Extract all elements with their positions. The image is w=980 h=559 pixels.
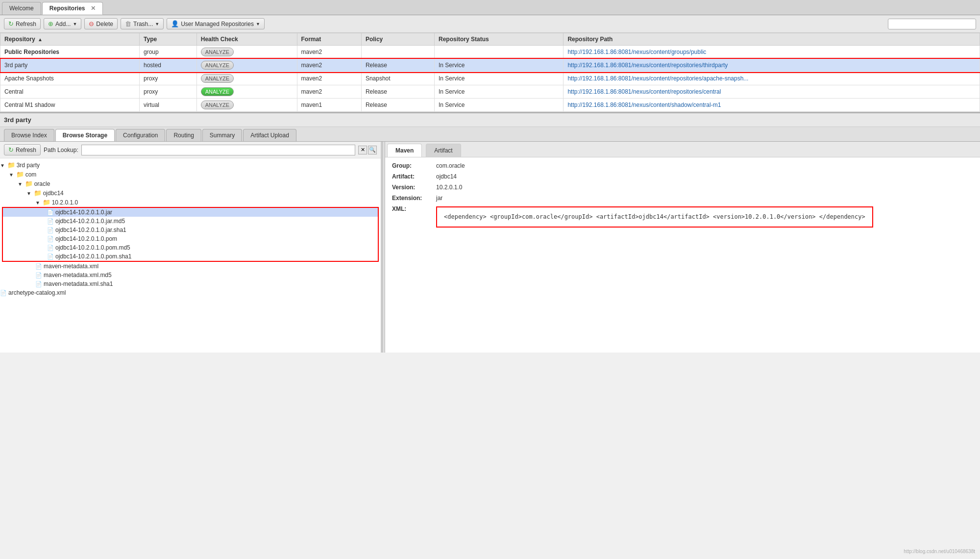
add-button[interactable]: ⊕ Add... ▼ — [44, 18, 81, 29]
repo-policy-cell: Release — [361, 99, 434, 112]
repo-path-link[interactable]: http://192.168.1.86:8081/nexus/content/r… — [567, 62, 728, 69]
file-icon: 📄 — [47, 227, 54, 233]
table-row[interactable]: Public RepositoriesgroupANALYZEmaven2htt… — [0, 46, 980, 59]
table-body: Public RepositoriesgroupANALYZEmaven2htt… — [0, 46, 980, 112]
trash-label: Trash... — [133, 21, 153, 27]
repo-format-cell: maven2 — [297, 85, 361, 99]
repo-path-link[interactable]: http://192.168.1.86:8081/nexus/content/r… — [567, 75, 748, 82]
analyze-button[interactable]: ANALYZE — [201, 87, 234, 96]
detail-xml-row: XML: <dependency> <groupId>com.oracle</g… — [392, 205, 973, 228]
path-clear-button[interactable]: ✕ — [358, 146, 367, 154]
col-header-policy[interactable]: Policy — [361, 33, 434, 46]
sub-tab-browse-storage[interactable]: Browse Storage — [55, 129, 115, 141]
col-header-format[interactable]: Format — [297, 33, 361, 46]
sub-tab-configuration[interactable]: Configuration — [116, 129, 165, 141]
tree-item[interactable]: ▼ 📁oracle — [0, 179, 381, 188]
repo-path-link[interactable]: http://192.168.1.86:8081/nexus/content/r… — [567, 88, 721, 95]
details-tab-artifact[interactable]: Artifact — [426, 144, 461, 157]
repo-type-cell: proxy — [140, 72, 197, 85]
detail-extension-value: jar — [436, 195, 442, 202]
table-row[interactable]: CentralproxyANALYZEmaven2ReleaseIn Servi… — [0, 85, 980, 99]
tree-item[interactable]: ▼ 📁ojdbc14 — [0, 188, 381, 198]
tab-repositories-label: Repositories — [49, 5, 85, 12]
bottom-title: 3rd party — [4, 116, 31, 124]
path-lookup-input[interactable] — [81, 145, 355, 155]
sub-tab-summary[interactable]: Summary — [202, 129, 242, 141]
repo-type-cell: hosted — [140, 59, 197, 72]
repo-healthCheck-cell: ANALYZE — [196, 72, 297, 85]
repo-format-cell: maven2 — [297, 72, 361, 85]
col-header-healthcheck[interactable]: Health Check — [196, 33, 297, 46]
col-header-path[interactable]: Repository Path — [564, 33, 980, 46]
sub-tab-bar: Browse Index Browse Storage Configuratio… — [0, 127, 980, 142]
tree-item-label: ojdbc14-10.2.0.1.0.pom.sha1 — [55, 253, 131, 260]
col-header-status[interactable]: Repository Status — [434, 33, 563, 46]
col-header-type[interactable]: Type — [140, 33, 197, 46]
repo-name-cell: Public Repositories — [0, 46, 140, 59]
tab-repositories[interactable]: Repositories ✕ — [42, 2, 103, 15]
repo-status-cell: In Service — [434, 59, 563, 72]
tree-item-label: ojdbc14-10.2.0.1.0.pom.md5 — [55, 244, 130, 251]
tree-item[interactable]: ▼ 📁3rd party — [0, 160, 381, 170]
detail-version-row: Version: 10.2.0.1.0 — [392, 184, 973, 191]
tab-welcome-label: Welcome — [9, 5, 34, 12]
tree-item[interactable]: 📄ojdbc14-10.2.0.1.0.pom — [3, 234, 378, 243]
tree-item[interactable]: ▼ 📁10.2.0.1.0 — [0, 198, 381, 207]
tree-item[interactable]: 📄maven-metadata.xml.sha1 — [0, 280, 381, 288]
file-icon: 📄 — [35, 272, 42, 279]
sub-tab-browse-index[interactable]: Browse Index — [4, 129, 54, 141]
repo-path-cell: http://192.168.1.86:8081/nexus/content/r… — [564, 72, 980, 85]
tree-item[interactable]: 📄archetype-catalog.xml — [0, 288, 381, 297]
col-header-repository[interactable]: Repository ▲ — [0, 33, 140, 46]
tree-item[interactable]: 📄ojdbc14-10.2.0.1.0.pom.md5 — [3, 243, 378, 252]
user-managed-dropdown-icon: ▼ — [256, 22, 260, 26]
repo-policy-cell — [361, 46, 434, 59]
tree-refresh-button[interactable]: ↻ Refresh — [4, 144, 41, 155]
tree-item[interactable]: 📄maven-metadata.xml.md5 — [0, 271, 381, 280]
detail-artifact-row: Artifact: ojdbc14 — [392, 173, 973, 180]
tab-welcome[interactable]: Welcome — [2, 2, 41, 15]
repo-format-cell: maven1 — [297, 99, 361, 112]
tree-item[interactable]: 📄ojdbc14-10.2.0.1.0.pom.sha1 — [3, 252, 378, 261]
analyze-button[interactable]: ANALYZE — [201, 61, 234, 70]
delete-label: Delete — [96, 21, 113, 27]
tree-item[interactable]: 📄ojdbc14-10.2.0.1.0.jar.sha1 — [3, 226, 378, 234]
user-managed-button[interactable]: 👤 User Managed Repositories ▼ — [167, 18, 265, 29]
repo-healthCheck-cell: ANALYZE — [196, 99, 297, 112]
file-tree-panel: ↻ Refresh Path Lookup: ✕ 🔍 ▼ 📁3rd party▼… — [0, 142, 382, 353]
analyze-button[interactable]: ANALYZE — [201, 101, 234, 109]
table-row[interactable]: Apache SnapshotsproxyANALYZEmaven2Snapsh… — [0, 72, 980, 85]
trash-button[interactable]: 🗑 Trash... ▼ — [121, 18, 164, 29]
tree-item[interactable]: 📄maven-metadata.xml — [0, 262, 381, 271]
repo-type-cell: virtual — [140, 99, 197, 112]
tab-repositories-close[interactable]: ✕ — [91, 5, 96, 12]
tree-item[interactable]: 📄ojdbc14-10.2.0.1.0.jar — [3, 208, 378, 217]
files-red-border-group: 📄ojdbc14-10.2.0.1.0.jar📄ojdbc14-10.2.0.1… — [2, 207, 379, 262]
repo-path-link[interactable]: http://192.168.1.86:8081/nexus/content/s… — [567, 102, 721, 108]
table-row[interactable]: Central M1 shadowvirtualANALYZEmaven1Rel… — [0, 99, 980, 112]
repo-name-cell: Central — [0, 85, 140, 99]
detail-artifact-label: Artifact: — [392, 173, 436, 180]
details-tab-maven[interactable]: Maven — [387, 144, 422, 157]
search-input[interactable] — [888, 19, 976, 29]
detail-group-value: com.oracle — [436, 162, 465, 169]
tree-item-label: ojdbc14 — [43, 190, 64, 197]
tree-item[interactable]: 📄ojdbc14-10.2.0.1.0.jar.md5 — [3, 217, 378, 226]
expand-indicator: ▼ — [35, 200, 42, 205]
path-search-button[interactable]: 🔍 — [368, 146, 377, 154]
analyze-button[interactable]: ANALYZE — [201, 48, 234, 56]
sub-tab-routing[interactable]: Routing — [166, 129, 201, 141]
repo-healthCheck-cell: ANALYZE — [196, 59, 297, 72]
delete-button[interactable]: ⊖ Delete — [84, 18, 118, 29]
add-label: Add... — [55, 21, 71, 27]
main-toolbar: ↻ Refresh ⊕ Add... ▼ ⊖ Delete 🗑 Trash...… — [0, 15, 980, 33]
sub-tab-artifact-upload[interactable]: Artifact Upload — [243, 129, 296, 141]
file-icon: 📄 — [47, 244, 54, 251]
table-row[interactable]: 3rd partyhostedANALYZEmaven2ReleaseIn Se… — [0, 59, 980, 72]
detail-version-label: Version: — [392, 184, 436, 191]
path-icons: ✕ 🔍 — [358, 146, 377, 154]
analyze-button[interactable]: ANALYZE — [201, 74, 234, 83]
tree-item[interactable]: ▼ 📁com — [0, 170, 381, 179]
repo-path-link[interactable]: http://192.168.1.86:8081/nexus/content/g… — [567, 49, 706, 55]
refresh-button[interactable]: ↻ Refresh — [4, 18, 41, 29]
